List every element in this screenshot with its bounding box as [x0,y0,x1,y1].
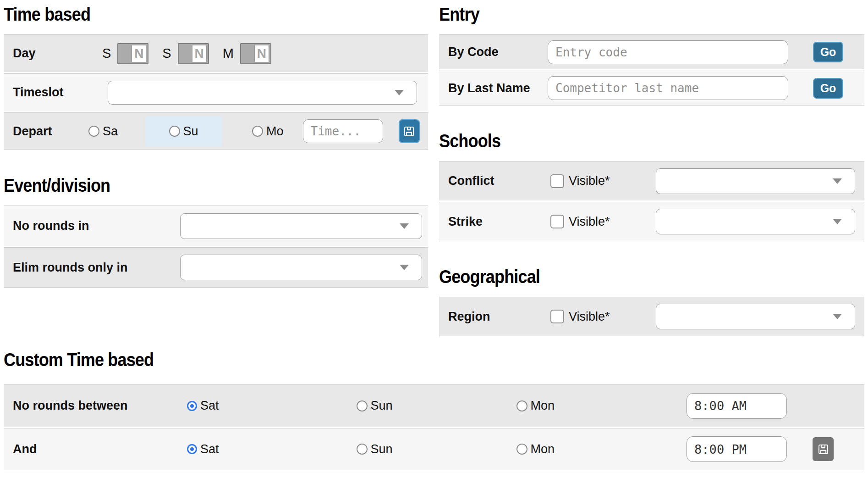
by-last-name-row: By Last Name Go [439,71,864,106]
radio-mo[interactable] [252,126,263,137]
by-last-name-go-button[interactable]: Go [813,78,843,99]
by-code-row: By Code Go [439,34,864,69]
time-based-table: Day S N S N M [4,34,428,150]
by-last-name-label: By Last Name [448,81,548,95]
geographical-table: Region Visible* [439,297,864,336]
radio-su[interactable] [169,126,180,137]
depart-label: Depart [13,124,88,139]
chevron-down-icon [833,178,842,184]
custom-time-section: Custom Time based No rounds between Sat … [4,349,864,470]
row1-radio-mon[interactable]: Mon [516,399,555,413]
conflict-label: Conflict [448,174,550,188]
radio-sat-selected[interactable] [188,402,196,410]
entry-table: By Code Go By Last Name Go [439,34,864,106]
region-row: Region Visible* [439,297,864,336]
row2-radio-sat[interactable]: Sat [187,442,219,456]
section-title-schools: Schools [439,130,813,152]
settings-page: Time based Day S N S N [0,0,868,470]
strike-row: Strike Visible* [439,202,864,241]
radio-mon-label: Mon [531,399,555,413]
radio-mon[interactable] [516,400,527,411]
region-label: Region [448,310,550,324]
elim-rounds-only-select[interactable] [180,255,422,280]
section-title-time-based: Time based [4,4,377,25]
chevron-down-icon [400,223,409,229]
entry-code-input[interactable] [548,40,788,64]
day-letter-s2: S [162,46,171,61]
depart-radio-sa[interactable]: Sa [88,124,118,139]
depart-row: Depart Sa Su Mo [4,112,428,150]
row1-radio-sat[interactable]: Sat [187,399,219,413]
radio-mon[interactable] [516,444,527,455]
no-rounds-between-row: No rounds between Sat Sun Mon [4,384,864,427]
elim-rounds-only-row: Elim rounds only in [4,247,428,288]
chevron-down-icon [833,314,842,319]
timeslot-row: Timeslot [4,73,428,111]
timeslot-select[interactable] [108,81,417,105]
row1-radio-sun[interactable]: Sun [357,399,393,413]
radio-su-label: Su [183,124,198,139]
day-toggle-s2-state: N [192,45,206,62]
radio-sat-label: Sat [200,442,219,456]
day-toggle-m[interactable]: N [240,43,271,64]
event-division-table: No rounds in Elim rounds only in [4,206,428,288]
day-letter-s1: S [102,46,111,61]
radio-sun[interactable] [357,444,368,455]
strike-visible-checkbox[interactable] [550,215,564,228]
depart-save-button[interactable] [399,119,420,143]
by-code-go-button[interactable]: Go [813,42,843,62]
radio-mon-label: Mon [531,442,555,456]
region-visible-checkbox[interactable] [550,310,564,323]
custom-time-table: No rounds between Sat Sun Mon And [4,384,864,470]
conflict-visible-checkbox[interactable] [550,174,564,188]
section-title-entry: Entry [439,4,813,25]
depart-su-highlight-cell: Su [145,116,222,146]
no-rounds-between-label: No rounds between [13,399,187,413]
no-rounds-in-row: No rounds in [4,206,428,246]
radio-sun[interactable] [357,400,368,411]
chevron-down-icon [400,265,409,270]
conflict-visible-label: Visible* [569,174,610,188]
region-select[interactable] [656,304,855,329]
last-name-input[interactable] [548,76,788,100]
custom-time-save-button[interactable] [813,437,834,461]
radio-sa[interactable] [88,126,99,137]
depart-time-input[interactable] [303,119,383,143]
radio-mo-label: Mo [266,124,284,139]
radio-sun-label: Sun [371,442,393,456]
radio-sa-label: Sa [103,124,118,139]
by-code-label: By Code [448,45,548,59]
no-rounds-in-label: No rounds in [13,219,180,233]
strike-label: Strike [448,215,550,229]
day-toggle-group-monday: M N [223,43,285,64]
day-toggle-m-state: N [255,45,269,62]
timeslot-label: Timeslot [13,85,108,100]
radio-sat-selected[interactable] [188,445,196,453]
region-visible-label: Visible* [569,310,610,324]
chevron-down-icon [833,219,842,224]
day-toggle-group-saturday: S N [102,43,162,64]
day-toggle-s2[interactable]: N [178,43,209,64]
row2-radio-mon[interactable]: Mon [516,442,555,456]
day-toggle-s1-state: N [132,45,146,62]
conflict-row: Conflict Visible* [439,161,864,200]
schools-table: Conflict Visible* Strike Visible* [439,161,864,241]
save-floppy-icon [817,443,830,456]
no-rounds-in-select[interactable] [180,213,422,239]
row2-radio-sun[interactable]: Sun [357,442,393,456]
radio-sat-label: Sat [200,399,219,413]
day-row: Day S N S N M [4,34,428,72]
day-toggle-s1[interactable]: N [117,43,148,64]
day-label: Day [13,46,102,61]
end-time-input[interactable] [687,436,787,462]
strike-visible-label: Visible* [569,215,610,229]
and-label: And [13,442,187,456]
radio-sun-label: Sun [371,399,393,413]
chevron-down-icon [395,90,404,95]
start-time-input[interactable] [687,393,787,419]
conflict-visible-group: Visible* [550,174,656,188]
depart-radio-su[interactable]: Su [169,124,198,139]
depart-radio-mo[interactable]: Mo [252,124,284,139]
strike-select[interactable] [656,209,855,234]
conflict-select[interactable] [656,168,855,194]
